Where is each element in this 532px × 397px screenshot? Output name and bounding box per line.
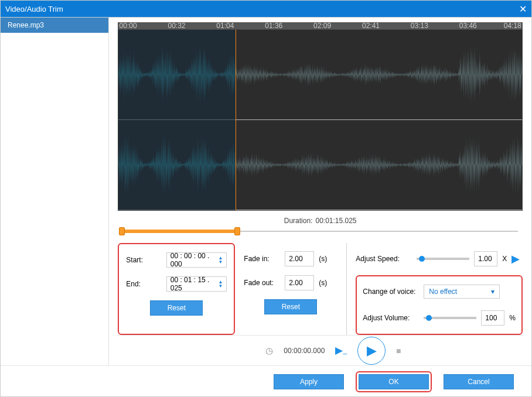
fadein-unit: (s): [319, 255, 327, 263]
ok-button[interactable]: OK: [359, 374, 429, 389]
end-value: 00 : 01 : 15 . 025: [170, 276, 219, 292]
speed-slider[interactable]: [417, 258, 469, 260]
footer: Apply OK Cancel: [1, 365, 531, 397]
speed-label: Adjust Speed:: [356, 255, 412, 263]
end-label: End:: [126, 280, 161, 288]
volume-unit: %: [509, 314, 516, 322]
fade-group: Fade in: 2.00 (s) Fade out: 2.00 (s) Res…: [244, 243, 337, 335]
tick: 02:09: [313, 22, 331, 30]
volume-row: Adjust Volume: 100 %: [363, 310, 516, 326]
chevron-down-icon: ▾: [491, 288, 495, 296]
trim-bar[interactable]: [118, 227, 523, 235]
end-input[interactable]: 00 : 01 : 15 . 025 ▲▼: [166, 276, 227, 292]
tick: 04:18: [504, 22, 521, 30]
voice-volume-box: Change of voice: No effect ▾ Adjust Volu…: [356, 275, 523, 335]
playback-controls: ◷ 00:00:00.000 ▶_ ▶ ■: [118, 335, 523, 365]
voice-value: No effect: [429, 288, 457, 296]
tick: 01:36: [265, 22, 282, 30]
tick: 03:46: [459, 22, 477, 30]
volume-input[interactable]: 100: [481, 310, 504, 326]
end-row: End: 00 : 01 : 15 . 025 ▲▼: [126, 276, 227, 292]
reset-startend-button[interactable]: Reset: [150, 300, 203, 316]
time-ruler[interactable]: 00:00 00:32 01:04 01:36 02:09 02:41 03:1…: [118, 22, 523, 29]
window-title: Video/Audio Trim: [5, 5, 63, 13]
trim-handle-end[interactable]: [234, 227, 240, 235]
volume-label: Adjust Volume:: [363, 314, 419, 322]
fadeout-label: Fade out:: [244, 279, 280, 287]
speed-input[interactable]: 1.00: [474, 251, 497, 266]
fadeout-input[interactable]: 2.00: [285, 275, 314, 290]
duration-label: Duration:: [284, 217, 313, 225]
start-input[interactable]: 00 : 00 : 00 . 000 ▲▼: [166, 252, 227, 268]
stop-button[interactable]: ■: [396, 346, 401, 355]
content: Renee.mp3 00:00 00:32 01:04 01:36 02:09 …: [1, 17, 531, 365]
start-value: 00 : 00 : 00 . 000: [170, 252, 219, 268]
spinner-icon[interactable]: ▲▼: [218, 256, 223, 264]
play-speed-icon[interactable]: ▶: [511, 252, 520, 265]
tick: 00:32: [168, 22, 185, 30]
duration-value: 00:01:15.025: [315, 217, 356, 225]
voice-label: Change of voice:: [363, 288, 419, 296]
playhead[interactable]: [236, 30, 236, 210]
ok-highlight: OK: [356, 371, 432, 392]
titlebar: Video/Audio Trim ✕: [1, 1, 531, 17]
apply-button[interactable]: Apply: [274, 374, 344, 389]
cancel-button[interactable]: Cancel: [444, 374, 514, 389]
fadeout-row: Fade out: 2.00 (s): [244, 275, 337, 290]
file-item[interactable]: Renee.mp3: [1, 18, 108, 33]
playback-time: 00:00:00.000: [284, 347, 325, 355]
speed-x: X: [502, 255, 507, 263]
speed-row: Adjust Speed: 1.00 X ▶: [356, 251, 523, 266]
start-row: Start: 00 : 00 : 00 . 000 ▲▼: [126, 252, 227, 268]
fadein-label: Fade in:: [244, 255, 280, 263]
start-label: Start:: [126, 256, 161, 264]
sidebar: Renee.mp3: [1, 18, 109, 365]
tick: 02:41: [362, 22, 380, 30]
close-icon[interactable]: ✕: [519, 4, 527, 15]
main-panel: 00:00 00:32 01:04 01:36 02:09 02:41 03:1…: [109, 18, 531, 365]
clock-icon: ◷: [265, 345, 273, 356]
fadein-row: Fade in: 2.00 (s): [244, 251, 337, 266]
tick: 00:00: [120, 22, 137, 30]
trim-handle-start[interactable]: [119, 227, 125, 235]
fadein-input[interactable]: 2.00: [285, 251, 314, 266]
trim-selection: [122, 230, 240, 233]
tick: 01:04: [216, 22, 234, 30]
waveform-area[interactable]: [118, 29, 523, 211]
adjust-group: Adjust Speed: 1.00 X ▶ Change of voice: …: [346, 243, 523, 335]
voice-select[interactable]: No effect ▾: [424, 285, 500, 299]
fadeout-unit: (s): [319, 279, 327, 287]
controls-area: Start: 00 : 00 : 00 . 000 ▲▼ End: 00 : 0…: [118, 243, 523, 335]
duration-readout: Duration: 00:01:15.025: [118, 215, 523, 226]
volume-slider[interactable]: [424, 317, 476, 319]
spinner-icon[interactable]: ▲▼: [218, 280, 223, 288]
startend-group: Start: 00 : 00 : 00 . 000 ▲▼ End: 00 : 0…: [118, 243, 235, 335]
step-button[interactable]: ▶_: [335, 344, 347, 357]
voice-row: Change of voice: No effect ▾: [363, 285, 516, 299]
reset-fade-button[interactable]: Reset: [264, 299, 317, 314]
tick: 03:13: [411, 22, 428, 30]
selection-overlay: [118, 30, 236, 210]
play-button[interactable]: ▶: [357, 337, 386, 365]
